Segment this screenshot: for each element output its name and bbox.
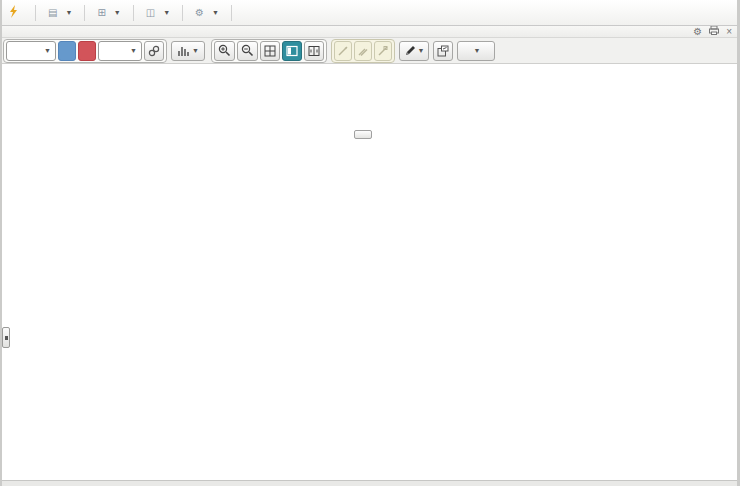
chevron-down-icon: ▼ — [418, 47, 425, 54]
chart-type-select[interactable]: ▼ — [98, 41, 142, 61]
menubar-divider — [35, 5, 36, 21]
gear-icon: ⚙ — [195, 8, 204, 18]
zoom-in-icon — [218, 44, 231, 57]
app-logo — [8, 4, 19, 22]
app-window: ▤ ▼ ⊞ ▼ ◫ ▼ ⚙ ▼ ⚙ × — [0, 0, 740, 486]
tick-chart-style-button[interactable]: ▼ — [171, 41, 205, 61]
menu-item-menu[interactable]: ▤ ▼ — [42, 5, 78, 21]
link-icon — [148, 45, 160, 57]
drawing-actions-group — [331, 39, 395, 63]
tick-chart[interactable] — [0, 130, 737, 486]
menubar-divider — [182, 5, 183, 21]
trend-line-icon — [338, 46, 348, 56]
link-button[interactable] — [144, 41, 164, 61]
popout-window-button[interactable] — [433, 41, 453, 61]
split-pane-icon — [308, 45, 320, 57]
zoom-pane-group — [211, 39, 327, 63]
left-axis-handle[interactable] — [2, 327, 10, 348]
menu-item-settings-other[interactable]: ⚙ ▼ — [189, 5, 225, 21]
bid-toggle-button[interactable] — [58, 41, 76, 61]
edit-line-icon — [378, 46, 388, 56]
menubar-divider — [84, 5, 85, 21]
chevron-down-icon: ▼ — [114, 9, 121, 16]
zoom-out-button[interactable] — [237, 41, 258, 61]
menubar-divider — [231, 5, 232, 21]
draw-edit-button[interactable] — [374, 41, 392, 61]
grid-panes-icon — [264, 45, 276, 57]
channel-line-icon — [358, 46, 368, 56]
chevron-down-icon: ▼ — [130, 47, 137, 54]
layout-icon: ◫ — [146, 8, 155, 18]
display-menu-button[interactable]: ▼ — [457, 41, 495, 61]
draw-line-button[interactable] — [334, 41, 352, 61]
menubar: ▤ ▼ ⊞ ▼ ◫ ▼ ⚙ ▼ — [0, 0, 740, 26]
ask-toggle-button[interactable] — [78, 41, 96, 61]
menubar-divider — [133, 5, 134, 21]
single-pane-icon — [286, 45, 298, 57]
draw-channel-button[interactable] — [354, 41, 372, 61]
chevron-down-icon: ▼ — [44, 47, 51, 54]
multi-pane-button[interactable] — [260, 41, 280, 61]
close-icon[interactable]: × — [726, 27, 732, 37]
panel-collapse-button[interactable] — [354, 130, 372, 139]
zoom-in-button[interactable] — [214, 41, 235, 61]
chart-panel — [0, 64, 740, 486]
chevron-down-icon: ▼ — [163, 9, 170, 16]
window-icon: ⊞ — [97, 8, 105, 18]
split-pane-button[interactable] — [304, 41, 324, 61]
chart-toolbar: ▼ ▼ ▼ — [0, 38, 740, 64]
window-border-left — [0, 0, 2, 486]
chevron-down-icon: ▼ — [65, 9, 72, 16]
printer-icon[interactable] — [709, 26, 719, 37]
tick-bars-icon — [177, 45, 190, 57]
menu-item-screen-management[interactable]: ⊞ ▼ — [91, 5, 126, 21]
popout-icon — [437, 45, 449, 57]
menu-item-layout[interactable]: ◫ ▼ — [140, 5, 176, 21]
chevron-down-icon: ▼ — [212, 9, 219, 16]
chevron-down-icon: ▼ — [192, 47, 199, 54]
chevron-down-icon: ▼ — [474, 47, 481, 54]
pencil-tool-button[interactable]: ▼ — [399, 41, 429, 61]
lightning-icon — [9, 4, 18, 22]
list-icon: ▤ — [48, 8, 57, 18]
zoom-out-icon — [241, 44, 254, 57]
single-pane-button[interactable] — [282, 41, 302, 61]
symbol-select[interactable]: ▼ — [6, 41, 56, 61]
symbol-group: ▼ ▼ — [3, 39, 167, 63]
chart-titlebar: ⚙ × — [0, 26, 740, 38]
window-border-bottom — [0, 480, 740, 486]
gear-icon[interactable]: ⚙ — [693, 27, 702, 37]
pencil-icon — [404, 45, 416, 57]
